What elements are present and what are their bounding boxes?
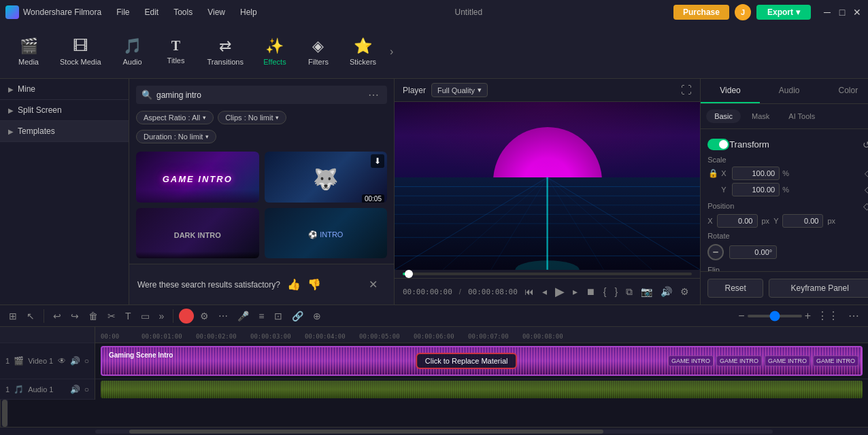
duration-filter[interactable]: Duration : No limit ▾: [136, 130, 216, 143]
reset-button[interactable]: Reset: [707, 279, 763, 298]
scale-y-input[interactable]: 100.00: [732, 183, 780, 196]
template-item-2[interactable]: 🐺 00:05 ⬇ Flash Game Logo Reveal: [265, 152, 388, 203]
position-y-input[interactable]: [782, 214, 823, 228]
tl-record-button[interactable]: [179, 309, 194, 324]
tl-crop-button[interactable]: ▭: [137, 309, 153, 323]
toolbar-transitions[interactable]: ⇄ Transitions: [199, 33, 252, 70]
sidebar-item-mine[interactable]: ▶ Mine: [0, 79, 129, 100]
menu-view[interactable]: View: [201, 5, 232, 20]
menu-edit[interactable]: Edit: [138, 5, 166, 20]
toolbar-filters[interactable]: ◈ Filters: [298, 33, 339, 70]
audio-lock-icon[interactable]: 🎵: [14, 385, 24, 394]
tl-link-button[interactable]: 🔗: [288, 309, 307, 323]
video-track-number[interactable]: 1: [5, 357, 10, 365]
quality-select[interactable]: Full Quality ▾: [431, 83, 488, 97]
toolbar-effects[interactable]: ✨ Effects: [254, 33, 295, 70]
keyframe-panel-button[interactable]: Keyframe Panel: [769, 279, 868, 298]
mark-in-button[interactable]: {: [601, 285, 610, 298]
satisfaction-close-button[interactable]: ✕: [361, 271, 386, 298]
thumbs-down-button[interactable]: 👎: [307, 278, 321, 291]
audio-clip[interactable]: [101, 381, 863, 398]
scale-x-input[interactable]: 100.00: [732, 167, 780, 180]
tl-markers-button[interactable]: ⊕: [310, 309, 324, 323]
menu-file[interactable]: File: [110, 5, 136, 20]
rotate-dial[interactable]: [707, 244, 724, 260]
aspect-ratio-filter[interactable]: Aspect Ratio : All ▾: [136, 111, 214, 124]
maximize-button[interactable]: □: [837, 7, 848, 18]
settings-button[interactable]: ⚙: [678, 285, 692, 298]
search-input[interactable]: [156, 90, 361, 100]
stop-button[interactable]: ⏹: [583, 285, 598, 298]
audio-hide-icon[interactable]: ○: [84, 385, 89, 394]
clip-split-button[interactable]: ⧉: [623, 285, 635, 299]
tl-speed-button[interactable]: »: [156, 309, 168, 323]
play-button[interactable]: ▶: [552, 283, 567, 300]
position-reset-icon[interactable]: ◇: [863, 201, 868, 211]
tl-cut-button[interactable]: ✂: [104, 309, 119, 323]
minimize-button[interactable]: ─: [822, 7, 833, 18]
sidebar-item-split-screen[interactable]: ▶ Split Screen: [0, 100, 129, 121]
toolbar-media[interactable]: 🎬 Media: [8, 33, 49, 70]
thumbs-up-button[interactable]: 👍: [287, 278, 301, 291]
tl-undo-button[interactable]: ↩: [50, 309, 65, 323]
rotate-input[interactable]: 0.00°: [729, 245, 777, 259]
sub-tab-mask[interactable]: Mask: [744, 109, 778, 123]
sidebar-item-templates[interactable]: ▶ Templates: [0, 121, 129, 142]
template-download-icon[interactable]: ⬇: [371, 154, 384, 168]
timeline-thumb[interactable]: [405, 270, 413, 278]
audio-track-number[interactable]: 1: [5, 385, 10, 394]
toolbar-stock-media[interactable]: 🎞 Stock Media: [52, 33, 110, 70]
transform-toggle[interactable]: [707, 139, 729, 150]
tl-mic-button[interactable]: 🎤: [234, 309, 252, 323]
video-vol-icon[interactable]: 🔊: [70, 356, 80, 366]
tl-zoom-slider[interactable]: [748, 315, 802, 317]
clips-filter[interactable]: Clips : No limit ▾: [218, 111, 286, 124]
export-button[interactable]: Export ▾: [756, 5, 811, 20]
video-hide-icon[interactable]: ○: [84, 356, 89, 366]
tl-select-button[interactable]: ↖: [23, 309, 38, 323]
tl-layout-button[interactable]: ⊞: [5, 309, 20, 323]
replace-material-overlay[interactable]: Click to Replace Material: [416, 353, 518, 369]
mark-out-button[interactable]: }: [612, 285, 620, 298]
transform-reset-icon[interactable]: ↺: [863, 139, 868, 150]
toolbar-expand-icon[interactable]: ›: [387, 43, 396, 60]
position-x-input[interactable]: [717, 214, 758, 228]
menu-tools[interactable]: Tools: [167, 5, 199, 20]
toolbar-titles[interactable]: T Titles: [156, 34, 197, 69]
purchase-button[interactable]: Purchase: [673, 5, 729, 20]
template-item-3[interactable]: DARK INTRO: [136, 208, 259, 259]
toolbar-audio[interactable]: 🎵 Audio: [112, 33, 153, 70]
skip-back-button[interactable]: ⏮: [522, 285, 537, 298]
sub-tab-basic[interactable]: Basic: [706, 109, 741, 123]
video-lock-icon[interactable]: 🎬: [14, 356, 24, 366]
tab-video[interactable]: Video: [701, 79, 760, 103]
scale-y-reset-icon[interactable]: ◇: [865, 185, 868, 194]
search-more-icon[interactable]: ⋯: [365, 88, 382, 101]
tl-settings-button[interactable]: ⚙: [197, 309, 212, 323]
tl-text-button[interactable]: T: [122, 309, 135, 323]
tl-audio-mix-button[interactable]: ≡: [255, 309, 267, 323]
frame-forward-button[interactable]: ▸: [570, 285, 580, 298]
toolbar-stickers[interactable]: ⭐ Stickers: [341, 33, 384, 70]
tl-more-button[interactable]: ⋯: [215, 309, 231, 323]
scale-x-reset-icon[interactable]: ◇: [865, 169, 868, 178]
tl-delete-button[interactable]: 🗑: [85, 309, 101, 323]
tab-color[interactable]: Color: [819, 79, 869, 103]
fullscreen-button[interactable]: ⛶: [681, 84, 692, 97]
audio-vol-icon[interactable]: 🔊: [70, 385, 80, 394]
horizontal-scrollbar-thumb[interactable]: [129, 430, 603, 434]
template-item-4[interactable]: ⚽ INTRO: [265, 208, 388, 259]
volume-button[interactable]: 🔊: [658, 285, 675, 298]
tl-multicam-button[interactable]: ⊡: [271, 309, 286, 323]
user-avatar[interactable]: J: [735, 4, 751, 20]
tl-zoom-out-button[interactable]: −: [738, 310, 744, 322]
template-item-1[interactable]: GAME INTRO Gaming Scene Intro: [136, 152, 259, 203]
tl-zoom-in-button[interactable]: +: [805, 310, 811, 322]
snapshot-button[interactable]: 📷: [638, 285, 655, 298]
video-clip[interactable]: Gaming Scene Intro Click to Replace Mate…: [101, 346, 863, 376]
sub-tab-ai-tools[interactable]: AI Tools: [780, 109, 823, 123]
scale-lock-icon[interactable]: 🔒: [707, 168, 718, 179]
menu-help[interactable]: Help: [233, 5, 264, 20]
scrollbar-thumb[interactable]: [2, 400, 7, 427]
horizontal-scrollbar[interactable]: [95, 430, 773, 434]
